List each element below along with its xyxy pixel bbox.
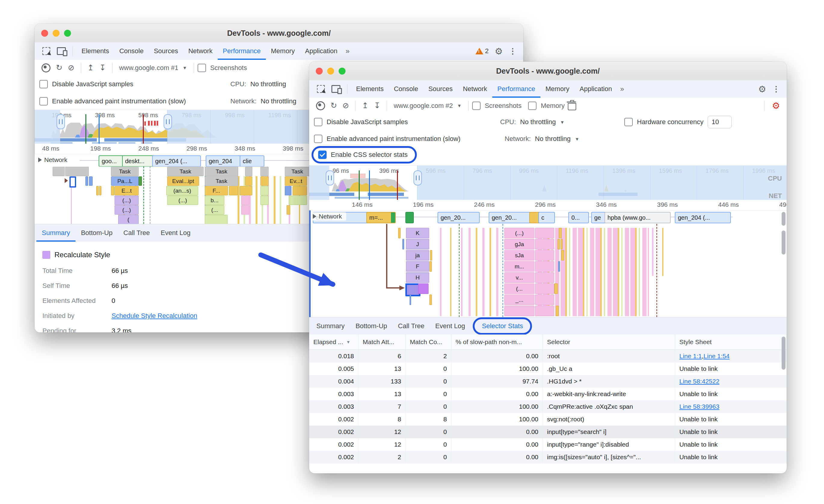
flame-event[interactable] <box>70 176 76 187</box>
main-flame-chart[interactable]: K(...)JgJajasJaFm...Hv...(..._... <box>309 224 787 317</box>
flame-event-[interactable]: (...) <box>115 205 139 215</box>
device-toolbar-icon[interactable] <box>56 46 67 56</box>
column-header-2[interactable]: Match Att... <box>358 335 406 350</box>
stylesheet-link[interactable]: Line 1:1 <box>679 353 702 360</box>
flame-event[interactable] <box>65 167 89 176</box>
disable-js-group[interactable]: Disable JavaScript samples <box>314 118 408 126</box>
history-select[interactable]: www.google.com #1 ▼ <box>119 64 187 72</box>
flame-event[interactable] <box>535 228 554 238</box>
inspect-icon[interactable] <box>316 84 326 94</box>
flame-event[interactable] <box>245 167 252 176</box>
network-request-chip[interactable]: gen_204 (... <box>152 155 201 167</box>
flame-event-v[interactable]: v... <box>504 272 534 283</box>
screenshots-checkbox-group[interactable]: Screenshots <box>472 102 521 110</box>
flame-event[interactable] <box>556 306 559 316</box>
network-request-chip[interactable]: gen_204 <box>206 155 241 167</box>
bottom-tab-bottom-up[interactable]: Bottom-Up <box>350 318 393 335</box>
column-header-5[interactable]: Selector <box>543 335 675 350</box>
disable-js-checkbox[interactable] <box>39 80 48 88</box>
network-track-label[interactable]: Network <box>312 212 346 221</box>
flame-event-evt[interactable]: Ev...t <box>285 176 307 186</box>
flame-event[interactable] <box>561 250 564 261</box>
flame-event[interactable] <box>96 186 99 195</box>
more-tabs-icon[interactable]: » <box>342 47 352 55</box>
bottom-tab-summary[interactable]: Summary <box>311 318 350 335</box>
flame-event-[interactable]: (... <box>205 205 224 215</box>
table-row[interactable]: 0.004133097.74.HG1dvd > *Line 58:42522 <box>309 375 787 388</box>
stylesheet-link[interactable]: Line 58:42522 <box>679 378 719 385</box>
tab-sources[interactable]: Sources <box>423 80 458 98</box>
flame-event-f[interactable]: F... <box>205 186 228 195</box>
flame-event-[interactable]: (...) <box>115 196 139 205</box>
network-request-chip[interactable]: c <box>538 212 555 223</box>
tab-sources[interactable]: Sources <box>148 42 183 60</box>
paint-instrumentation-group[interactable]: Enable advanced paint instrumentation (s… <box>314 135 460 143</box>
upload-profile-icon[interactable]: ↥ <box>362 101 369 110</box>
network-request-chip[interactable]: hpba (www.go... <box>605 212 671 223</box>
flame-event-task[interactable]: Task <box>167 167 204 176</box>
cpu-throttle-select[interactable]: CPU: No throttling ▼ <box>500 118 564 126</box>
reload-record-button[interactable]: ↻ <box>330 101 337 110</box>
table-row[interactable]: 0.0021200.00input[type="range" i]:disabl… <box>309 438 787 451</box>
network-throttle-select[interactable]: Network: No throttling <box>230 97 296 105</box>
flame-event-gja[interactable]: gJa <box>504 239 534 249</box>
paint-instrumentation-group[interactable]: Enable advanced paint instrumentation (s… <box>39 97 186 106</box>
network-request-chip[interactable]: 0... <box>569 212 589 223</box>
network-track[interactable]: Network e.comm=...gen_20...gen_20...c0..… <box>309 210 787 225</box>
flame-event[interactable] <box>560 239 563 249</box>
flame-event[interactable] <box>535 306 554 316</box>
flame-event[interactable] <box>205 215 228 224</box>
flame-event[interactable] <box>535 239 554 249</box>
flame-event[interactable] <box>558 261 560 272</box>
flame-event[interactable] <box>535 261 554 272</box>
clear-button[interactable]: ⊘ <box>68 63 75 73</box>
tab-memory[interactable]: Memory <box>266 42 300 60</box>
flame-event[interactable] <box>53 167 65 176</box>
settings-gear-icon[interactable]: ⚙ <box>492 46 505 56</box>
memory-checkbox[interactable] <box>528 102 536 110</box>
column-header-3[interactable]: Match Co... <box>406 335 451 350</box>
column-header-1[interactable]: Elapsed ...▼ <box>309 335 358 350</box>
selection-handle-right[interactable] <box>164 114 172 129</box>
screenshots-checkbox-group[interactable]: Screenshots <box>198 64 247 72</box>
tab-elements[interactable]: Elements <box>76 42 114 60</box>
bottom-tab-selector-stats[interactable]: Selector Stats <box>473 318 532 335</box>
flame-event[interactable] <box>554 283 558 294</box>
flame-event-m[interactable]: m... <box>504 261 534 272</box>
flame-event[interactable] <box>559 228 562 238</box>
flame-event[interactable] <box>535 250 554 261</box>
hardware-concurrency-group[interactable]: Hardware concurrency 10 <box>624 116 732 128</box>
history-select[interactable]: www.google.com #2 ▼ <box>394 102 461 110</box>
flame-event[interactable] <box>261 196 269 205</box>
tab-application[interactable]: Application <box>575 80 617 98</box>
table-row[interactable]: 0.00370100.00.CqmPRe:active .oXqZxc span… <box>309 400 787 413</box>
screenshots-checkbox[interactable] <box>198 64 206 72</box>
selection-handle-right[interactable] <box>413 170 422 185</box>
record-button[interactable] <box>41 64 50 73</box>
table-row[interactable]: 0.00288100.00svg:not(:root)Unable to lin… <box>309 413 787 425</box>
table-row[interactable]: 0.0031300.00a:-webkit-any-link:read-writ… <box>309 388 787 400</box>
settings-gear-icon[interactable]: ⚙ <box>756 84 769 94</box>
flame-event[interactable] <box>535 283 554 294</box>
flame-event[interactable] <box>535 272 554 283</box>
flame-event[interactable] <box>99 186 101 195</box>
flame-event[interactable] <box>85 176 88 186</box>
tab-elements[interactable]: Elements <box>351 80 389 98</box>
bottom-tab-event-log[interactable]: Event Log <box>430 318 470 335</box>
tab-memory[interactable]: Memory <box>540 80 575 98</box>
tab-network[interactable]: Network <box>183 42 218 60</box>
collect-garbage-icon[interactable] <box>568 103 576 110</box>
flame-event-[interactable]: (...) <box>504 228 534 238</box>
flame-event[interactable] <box>89 176 93 186</box>
summary-value-link[interactable]: Schedule Style Recalculation <box>112 312 197 320</box>
flame-event-task[interactable]: Task <box>205 167 238 176</box>
disable-js-checkbox[interactable] <box>314 118 322 126</box>
cpu-throttle-select[interactable]: CPU: No throttling <box>230 80 286 88</box>
clear-button[interactable]: ⊘ <box>342 101 349 110</box>
bottom-tab-call-tree[interactable]: Call Tree <box>393 318 430 335</box>
paint-instrumentation-checkbox[interactable] <box>39 97 48 106</box>
inspect-icon[interactable] <box>41 46 51 56</box>
more-tabs-icon[interactable]: » <box>617 85 626 93</box>
record-button[interactable] <box>316 101 325 110</box>
bottom-tab-event-log[interactable]: Event Log <box>155 224 196 242</box>
